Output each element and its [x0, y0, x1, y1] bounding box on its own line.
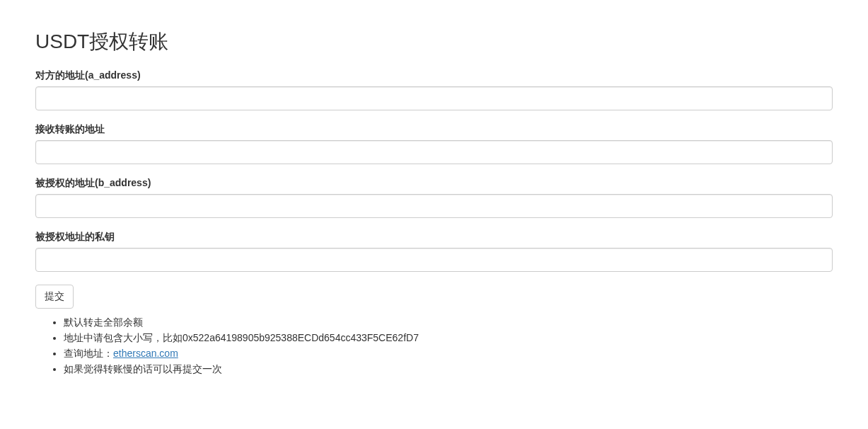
receive-address-input[interactable] [35, 140, 833, 164]
a-address-label: 对方的地址(a_address) [35, 69, 833, 82]
b-address-label: 被授权的地址(b_address) [35, 177, 833, 190]
transfer-form: 对方的地址(a_address) 接收转账的地址 被授权的地址(b_addres… [35, 69, 833, 377]
etherscan-link[interactable]: etherscan.com [113, 348, 178, 359]
b-address-input[interactable] [35, 194, 833, 218]
note-item-4: 如果觉得转账慢的话可以再提交一次 [64, 362, 833, 377]
note-item-2: 地址中请包含大小写，比如0x522a64198905b925388ECDd654… [64, 331, 833, 345]
private-key-label: 被授权地址的私钥 [35, 231, 833, 244]
private-key-input[interactable] [35, 248, 833, 272]
note-item-3: 查询地址：etherscan.com [64, 347, 833, 361]
notes-list: 默认转走全部余额 地址中请包含大小写，比如0x522a64198905b9253… [35, 316, 833, 377]
submit-button[interactable]: 提交 [35, 285, 74, 309]
note-item-3-prefix: 查询地址： [64, 348, 113, 359]
note-item-1: 默认转走全部余额 [64, 316, 833, 330]
page-title: USDT授权转账 [35, 28, 833, 55]
a-address-input[interactable] [35, 86, 833, 110]
receive-address-label: 接收转账的地址 [35, 123, 833, 136]
